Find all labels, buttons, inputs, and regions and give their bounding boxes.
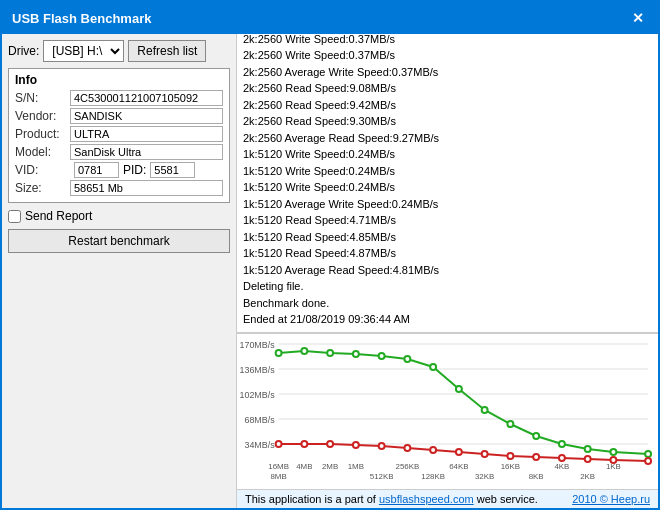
product-row: Product: ULTRA xyxy=(15,126,223,142)
bottom-section: 170MB/s 136MB/s 102MB/s 68MB/s 34MB/s 16… xyxy=(237,333,658,508)
sn-row: S/N: 4C530001121007105092 xyxy=(15,90,223,106)
svg-text:16MB: 16MB xyxy=(268,462,289,471)
svg-text:64KB: 64KB xyxy=(449,462,468,471)
info-box: Info S/N: 4C530001121007105092 Vendor: S… xyxy=(8,68,230,203)
main-window: USB Flash Benchmark ✕ Drive: [USB] H:\ R… xyxy=(0,0,660,510)
svg-text:136MB/s: 136MB/s xyxy=(240,365,276,375)
svg-point-45 xyxy=(379,443,385,449)
log-area[interactable]: 2k:2560 Write Speed:0.38MB/s2k:2560 Writ… xyxy=(237,34,658,333)
log-line: 1k:5120 Write Speed:0.24MB/s xyxy=(243,146,652,163)
svg-text:32KB: 32KB xyxy=(475,472,494,481)
send-report-label: Send Report xyxy=(25,209,92,223)
svg-point-36 xyxy=(533,433,539,439)
vid-value: 0781 xyxy=(74,162,119,178)
svg-text:8MB: 8MB xyxy=(270,472,286,481)
svg-point-33 xyxy=(456,386,462,392)
svg-text:512KB: 512KB xyxy=(370,472,394,481)
svg-point-27 xyxy=(301,348,307,354)
window-title: USB Flash Benchmark xyxy=(12,11,151,26)
svg-point-42 xyxy=(301,441,307,447)
svg-point-49 xyxy=(482,451,488,457)
log-line: Deleting file. xyxy=(243,278,652,295)
send-report-checkbox[interactable] xyxy=(8,210,21,223)
vendor-row: Vendor: SANDISK xyxy=(15,108,223,124)
drive-select[interactable]: [USB] H:\ xyxy=(43,40,124,62)
drive-row: Drive: [USB] H:\ Refresh list xyxy=(8,40,230,62)
drive-label: Drive: xyxy=(8,44,39,58)
benchmark-chart: 170MB/s 136MB/s 102MB/s 68MB/s 34MB/s 16… xyxy=(237,334,658,489)
model-label: Model: xyxy=(15,145,70,159)
vid-label: VID: xyxy=(15,163,70,177)
svg-text:1MB: 1MB xyxy=(348,462,364,471)
svg-point-41 xyxy=(276,441,282,447)
svg-point-53 xyxy=(585,456,591,462)
svg-text:2MB: 2MB xyxy=(322,462,338,471)
svg-point-29 xyxy=(353,351,359,357)
log-line: 1k:5120 Read Speed:4.85MB/s xyxy=(243,229,652,246)
svg-point-28 xyxy=(327,350,333,356)
product-label: Product: xyxy=(15,127,70,141)
vendor-label: Vendor: xyxy=(15,109,70,123)
log-line: 1k:5120 Read Speed:4.87MB/s xyxy=(243,245,652,262)
svg-text:102MB/s: 102MB/s xyxy=(240,390,276,400)
log-line: 2k:2560 Read Speed:9.30MB/s xyxy=(243,113,652,130)
size-value: 58651 Mb xyxy=(70,180,223,196)
info-title: Info xyxy=(15,73,223,87)
size-label: Size: xyxy=(15,181,70,195)
svg-point-52 xyxy=(559,455,565,461)
log-line: 2k:2560 Read Speed:9.08MB/s xyxy=(243,80,652,97)
footer-text: This application is a part of usbflashsp… xyxy=(245,493,538,505)
sn-label: S/N: xyxy=(15,91,70,105)
svg-point-50 xyxy=(507,453,513,459)
svg-point-54 xyxy=(610,457,616,463)
left-panel: Drive: [USB] H:\ Refresh list Info S/N: … xyxy=(2,34,237,508)
footer: This application is a part of usbflashsp… xyxy=(237,489,658,508)
log-line: 2k:2560 Average Read Speed:9.27MB/s xyxy=(243,130,652,147)
content-area: Drive: [USB] H:\ Refresh list Info S/N: … xyxy=(2,34,658,508)
svg-point-37 xyxy=(559,441,565,447)
svg-point-39 xyxy=(610,449,616,455)
svg-point-40 xyxy=(645,451,651,457)
footer-link1[interactable]: usbflashspeed.com xyxy=(379,493,474,505)
log-line: 1k:5120 Average Read Speed:4.81MB/s xyxy=(243,262,652,279)
svg-point-30 xyxy=(379,353,385,359)
log-line: 1k:5120 Write Speed:0.24MB/s xyxy=(243,179,652,196)
vid-pid-row: VID: 0781 PID: 5581 xyxy=(15,162,223,178)
close-button[interactable]: ✕ xyxy=(628,8,648,28)
log-line: 1k:5120 Read Speed:4.71MB/s xyxy=(243,212,652,229)
svg-text:34MB/s: 34MB/s xyxy=(244,440,275,450)
restart-button[interactable]: Restart benchmark xyxy=(8,229,230,253)
svg-point-48 xyxy=(456,449,462,455)
svg-point-31 xyxy=(404,356,410,362)
size-row: Size: 58651 Mb xyxy=(15,180,223,196)
svg-point-35 xyxy=(507,421,513,427)
chart-container: 170MB/s 136MB/s 102MB/s 68MB/s 34MB/s 16… xyxy=(237,333,658,489)
svg-text:4KB: 4KB xyxy=(554,462,569,471)
pid-label: PID: xyxy=(123,163,146,177)
svg-point-46 xyxy=(404,445,410,451)
right-panel: 2k:2560 Write Speed:0.38MB/s2k:2560 Writ… xyxy=(237,34,658,508)
svg-text:2KB: 2KB xyxy=(580,472,595,481)
log-line: Ended at 21/08/2019 09:36:44 AM xyxy=(243,311,652,328)
svg-point-47 xyxy=(430,447,436,453)
log-line: 2k:2560 Write Speed:0.37MB/s xyxy=(243,34,652,47)
send-report-row: Send Report xyxy=(8,209,230,223)
svg-point-26 xyxy=(276,350,282,356)
vendor-value: SANDISK xyxy=(70,108,223,124)
svg-point-32 xyxy=(430,364,436,370)
log-line: 2k:2560 Read Speed:9.42MB/s xyxy=(243,97,652,114)
svg-point-43 xyxy=(327,441,333,447)
footer-link2[interactable]: 2010 © Heep.ru xyxy=(572,493,650,505)
sn-value: 4C530001121007105092 xyxy=(70,90,223,106)
svg-text:170MB/s: 170MB/s xyxy=(240,340,276,350)
log-line: 1k:5120 Write Speed:0.24MB/s xyxy=(243,163,652,180)
svg-text:68MB/s: 68MB/s xyxy=(244,415,275,425)
svg-point-38 xyxy=(585,446,591,452)
log-line: 2k:2560 Average Write Speed:0.37MB/s xyxy=(243,64,652,81)
svg-text:128KB: 128KB xyxy=(421,472,445,481)
log-line: Benchmark done. xyxy=(243,295,652,312)
refresh-button[interactable]: Refresh list xyxy=(128,40,206,62)
svg-text:256KB: 256KB xyxy=(395,462,419,471)
model-value: SanDisk Ultra xyxy=(70,144,223,160)
model-row: Model: SanDisk Ultra xyxy=(15,144,223,160)
